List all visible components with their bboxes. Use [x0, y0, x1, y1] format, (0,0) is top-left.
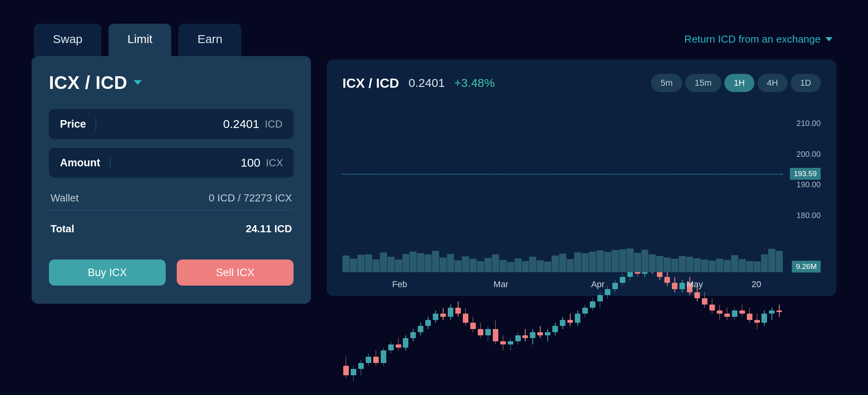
volume-bar — [701, 260, 708, 272]
volume-bar — [664, 258, 671, 272]
return-icd-link[interactable]: Return ICD from an exchange — [685, 33, 832, 45]
volume-bar — [387, 257, 395, 272]
chart-panel: ICX / ICD 0.2401 +3.48% 5m15m1H4H1D FebM… — [327, 60, 836, 296]
volume-bar — [365, 254, 372, 272]
x-axis-tick: 20 — [752, 279, 761, 290]
volume-bar — [768, 249, 775, 272]
volume-bar — [470, 259, 477, 272]
volume-bar — [746, 261, 753, 272]
interval-5m[interactable]: 5m — [651, 74, 682, 92]
volume-bar — [754, 261, 761, 272]
volume-bar — [656, 256, 663, 272]
volume-bar — [380, 252, 387, 272]
chevron-down-icon — [825, 37, 832, 41]
volume-bar — [671, 259, 678, 272]
chart-price: 0.2401 — [409, 76, 445, 90]
volume-bar — [455, 260, 462, 272]
volume-bar — [462, 256, 469, 272]
wallet-label: Wallet — [51, 192, 79, 204]
volume-bar — [477, 261, 484, 272]
volume-bar — [634, 253, 641, 272]
volume-bar — [357, 255, 365, 272]
wallet-balance: Wallet 0 ICD / 72273 ICX — [49, 186, 294, 210]
amount-input[interactable] — [110, 156, 260, 169]
volume-bar — [342, 256, 350, 272]
y-axis-tick: 200.00 — [797, 149, 821, 158]
volume-bar — [492, 254, 499, 272]
tab-earn[interactable]: Earn — [178, 24, 241, 56]
total-label: Total — [51, 223, 74, 235]
interval-1h[interactable]: 1H — [724, 74, 754, 92]
volume-bar — [649, 254, 656, 272]
wallet-value: 0 ICD / 72273 ICX — [209, 192, 292, 204]
price-chart[interactable]: FebMarAprMay20 210.00200.00190.00180.001… — [342, 108, 821, 290]
total-value: 24.11 ICD — [246, 223, 292, 235]
volume-bar — [485, 258, 492, 272]
tab-swap[interactable]: Swap — [34, 24, 101, 56]
buy-button[interactable]: Buy ICX — [49, 260, 166, 286]
volume-bar — [589, 252, 596, 272]
pair-selector[interactable]: ICX / ICD — [49, 72, 294, 93]
volume-bar — [350, 259, 357, 272]
volume-bar — [694, 258, 701, 272]
volume-bar — [612, 250, 619, 272]
volume-bar — [544, 261, 551, 272]
volume-bar — [372, 260, 380, 272]
return-icd-label: Return ICD from an exchange — [685, 33, 821, 45]
sell-button[interactable]: Sell ICX — [177, 260, 294, 286]
current-price-line — [342, 174, 783, 175]
volume-bar — [552, 256, 559, 272]
volume-bar — [567, 259, 574, 272]
volume-bar — [597, 250, 604, 272]
y-axis-tick: 180.00 — [797, 211, 821, 220]
chart-pair-label: ICX / ICD — [342, 75, 399, 91]
volume-bar — [731, 255, 738, 272]
price-input[interactable] — [96, 117, 259, 131]
volume-bar — [574, 252, 581, 272]
volume-bar — [499, 260, 507, 272]
price-unit: ICD — [265, 118, 282, 130]
amount-label: Amount — [60, 157, 110, 169]
volume-bar — [440, 258, 447, 272]
volume-bar — [604, 252, 611, 272]
volume-bar — [776, 251, 783, 272]
volume-bar — [514, 258, 522, 272]
volume-bar — [537, 260, 544, 272]
volume-bar — [402, 254, 410, 272]
volume-bar — [522, 261, 529, 272]
volume-bar — [559, 254, 566, 272]
volume-bar — [627, 248, 634, 272]
volume-bar — [425, 254, 432, 272]
volume-bar — [417, 253, 424, 272]
volume-bar — [410, 252, 417, 272]
volume-bar — [642, 250, 649, 272]
current-price-badge: 193.59 — [790, 168, 821, 180]
y-axis-tick: 210.00 — [797, 118, 821, 128]
order-total: Total 24.11 ICD — [49, 217, 294, 241]
interval-1d[interactable]: 1D — [791, 74, 821, 92]
volume-bar — [395, 260, 402, 272]
volume-bar — [582, 253, 589, 272]
tab-limit[interactable]: Limit — [108, 24, 171, 56]
x-axis-tick: May — [687, 279, 703, 290]
order-panel: ICX / ICD Price ICD Amount ICX Wallet 0 … — [32, 56, 311, 304]
interval-15m[interactable]: 15m — [685, 74, 721, 92]
trade-tabs: Swap Limit Earn — [32, 24, 311, 56]
amount-field[interactable]: Amount ICX — [49, 148, 294, 178]
volume-bar — [686, 257, 693, 272]
interval-selector: 5m15m1H4H1D — [651, 74, 821, 92]
pair-label: ICX / ICD — [49, 72, 127, 93]
volume-bar — [739, 259, 746, 272]
volume-bar — [761, 254, 768, 272]
price-field[interactable]: Price ICD — [49, 109, 294, 139]
volume-bar — [679, 256, 686, 272]
interval-4h[interactable]: 4H — [758, 74, 788, 92]
amount-unit: ICX — [266, 157, 283, 169]
volume-bar — [724, 260, 731, 272]
volume-badge: 9.26M — [792, 261, 821, 273]
volume-bar — [529, 257, 536, 272]
volume-bar — [432, 251, 439, 272]
volume-bar — [716, 259, 723, 272]
volume-bar — [507, 262, 514, 272]
volume-bar — [709, 261, 716, 272]
